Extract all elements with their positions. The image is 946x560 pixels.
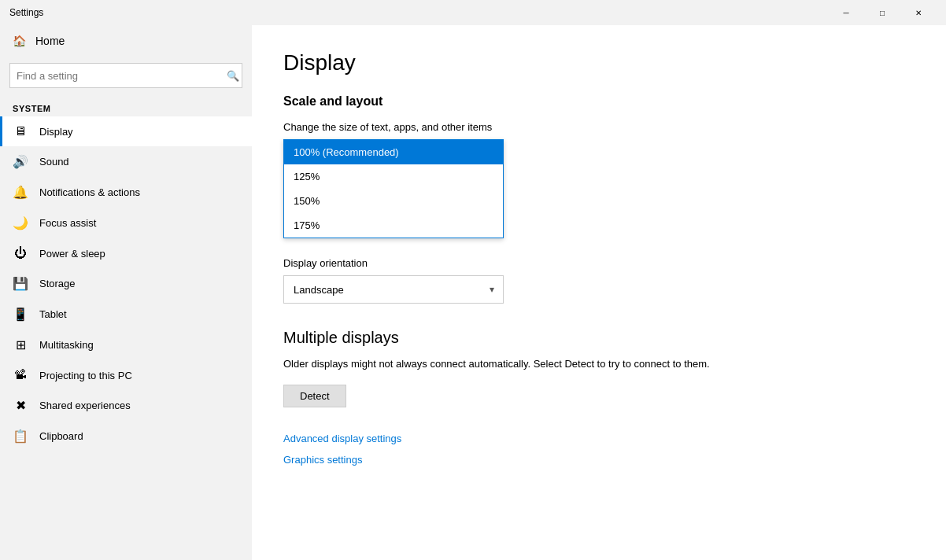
minimize-button[interactable]: ─	[828, 0, 864, 25]
app-title: Settings	[9, 7, 828, 18]
focus-icon: 🌙	[13, 216, 28, 230]
multiple-displays-desc: Older displays might not always connect …	[283, 356, 724, 372]
notifications-icon: 🔔	[13, 185, 28, 200]
sidebar-item-notifications[interactable]: 🔔 Notifications & actions	[0, 177, 252, 208]
clipboard-icon: 📋	[13, 429, 28, 444]
home-label: Home	[35, 35, 65, 47]
sidebar-item-sound-label: Sound	[39, 156, 69, 168]
scale-option-150[interactable]: 150%	[284, 189, 503, 213]
search-input[interactable]	[9, 63, 242, 88]
main-content: Display Scale and layout Change the size…	[252, 25, 946, 560]
sidebar-item-clipboard-label: Clipboard	[39, 430, 83, 442]
sidebar-item-multitasking[interactable]: ⊞ Multitasking	[0, 330, 252, 360]
tablet-icon: 📱	[13, 307, 28, 322]
scale-section-title: Scale and layout	[283, 94, 915, 109]
titlebar: Settings ─ □ ✕	[0, 0, 946, 25]
sidebar-item-storage[interactable]: 💾 Storage	[0, 268, 252, 299]
orientation-label: Display orientation	[283, 257, 915, 269]
sidebar-item-clipboard[interactable]: 📋 Clipboard	[0, 421, 252, 451]
shared-icon: ✖	[13, 398, 28, 413]
sidebar-item-display-label: Display	[39, 126, 73, 138]
sidebar-item-shared[interactable]: ✖ Shared experiences	[0, 390, 252, 421]
sidebar-item-focus[interactable]: 🌙 Focus assist	[0, 208, 252, 238]
sidebar-item-sound[interactable]: 🔊 Sound	[0, 146, 252, 177]
window-controls: ─ □ ✕	[828, 0, 937, 25]
multiple-displays-title: Multiple displays	[283, 329, 915, 347]
scale-option-100[interactable]: 100% (Recommended)	[284, 140, 503, 164]
sidebar-home[interactable]: 🏠 Home	[0, 25, 252, 57]
display-icon: 🖥	[13, 124, 28, 138]
close-button[interactable]: ✕	[900, 0, 937, 25]
scale-label: Change the size of text, apps, and other…	[283, 121, 915, 133]
home-icon: 🏠	[13, 35, 26, 47]
projecting-icon: 📽	[13, 368, 28, 382]
scale-option-175[interactable]: 175%	[284, 213, 503, 238]
sidebar-item-shared-label: Shared experiences	[39, 400, 131, 411]
sidebar-item-focus-label: Focus assist	[39, 217, 96, 229]
sidebar-item-projecting-label: Projecting to this PC	[39, 370, 132, 381]
graphics-settings-link[interactable]: Graphics settings	[283, 454, 915, 466]
sidebar-section-label: System	[0, 94, 252, 116]
sidebar-item-display[interactable]: 🖥 Display	[0, 116, 252, 146]
sidebar-item-power-label: Power & sleep	[39, 248, 105, 260]
search-container: 🔍	[0, 57, 252, 94]
sidebar-item-tablet-label: Tablet	[39, 308, 67, 320]
multitasking-icon: ⊞	[13, 337, 28, 352]
scale-option-125[interactable]: 125%	[284, 164, 503, 189]
search-icon[interactable]: 🔍	[227, 70, 239, 82]
advanced-display-link[interactable]: Advanced display settings	[283, 433, 915, 444]
sidebar-item-power[interactable]: ⏻ Power & sleep	[0, 238, 252, 268]
orientation-select-wrapper: Landscape Portrait Landscape (flipped) P…	[283, 275, 504, 304]
sidebar: 🏠 Home 🔍 System 🖥 Display 🔊 Sound 🔔 Noti…	[0, 25, 252, 560]
maximize-button[interactable]: □	[864, 0, 900, 25]
power-icon: ⏻	[13, 246, 28, 260]
app-container: 🏠 Home 🔍 System 🖥 Display 🔊 Sound 🔔 Noti…	[0, 25, 946, 560]
sidebar-item-notifications-label: Notifications & actions	[39, 186, 140, 198]
sidebar-item-storage-label: Storage	[39, 278, 76, 289]
sidebar-item-tablet[interactable]: 📱 Tablet	[0, 299, 252, 330]
scale-dropdown[interactable]: 100% (Recommended) 125% 150% 175%	[283, 139, 504, 238]
storage-icon: 💾	[13, 276, 28, 291]
sound-icon: 🔊	[13, 154, 28, 169]
page-title: Display	[283, 50, 915, 76]
orientation-select[interactable]: Landscape Portrait Landscape (flipped) P…	[283, 275, 504, 304]
detect-button[interactable]: Detect	[283, 385, 346, 407]
sidebar-item-projecting[interactable]: 📽 Projecting to this PC	[0, 360, 252, 390]
sidebar-item-multitasking-label: Multitasking	[39, 339, 94, 351]
